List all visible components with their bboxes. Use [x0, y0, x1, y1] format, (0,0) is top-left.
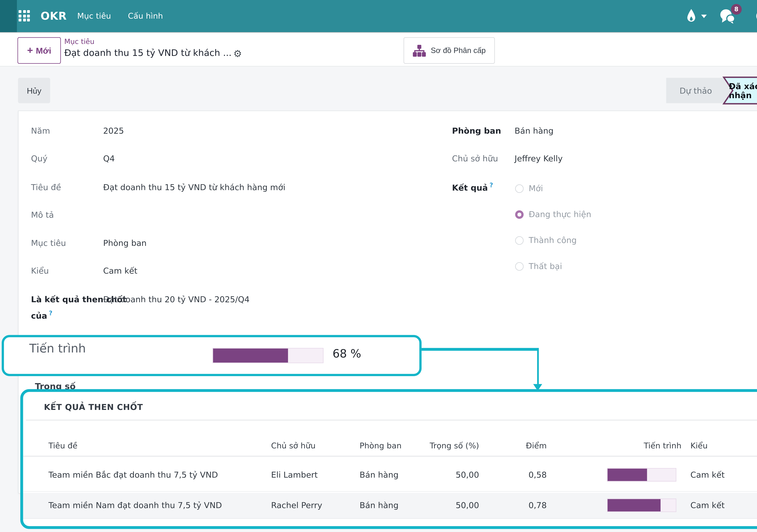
- top-navbar: OKR Mục tiêu Cấu hình 8 YourCompany: [0, 0, 757, 32]
- help-icon[interactable]: ?: [490, 182, 493, 189]
- field-label-ket-qua: Kết quả?: [452, 182, 493, 192]
- record-title: Đạt doanh thu 15 tỷ VND từ khách ...: [64, 47, 231, 58]
- field-label-muc-tieu: Mục tiêu: [31, 238, 66, 248]
- gear-icon[interactable]: ⚙: [233, 48, 242, 59]
- navbar-dark-strip: [0, 0, 17, 32]
- progress-percent: 68 %: [332, 347, 361, 360]
- field-value-tieu-de[interactable]: Đạt doanh thu 15 tỷ VND từ khách hàng mớ…: [103, 183, 286, 192]
- radio-option-thanh-cong[interactable]: Thành công: [515, 236, 577, 245]
- row-progress-bar: [607, 468, 676, 481]
- callout-connector-vertical: [537, 350, 539, 385]
- key-results-header-row: Tiêu đề Chủ sở hữu Phòng ban Trọng số (%…: [23, 435, 757, 457]
- col-header-kieu[interactable]: Kiểu: [684, 441, 757, 450]
- cell-kind: Cam kết: [684, 501, 757, 510]
- breadcrumb[interactable]: Mục tiêu: [64, 37, 94, 46]
- radio-circle-selected: [515, 210, 524, 219]
- field-label-quy: Quý: [31, 154, 47, 163]
- radio-option-moi[interactable]: Mới: [515, 184, 543, 193]
- status-bar: Dự thảo Đã xác nhận Đã hủy: [666, 78, 757, 103]
- cell-department: Bán hàng: [360, 501, 416, 510]
- app-brand[interactable]: OKR: [41, 0, 67, 32]
- plus-icon: +: [27, 45, 33, 56]
- status-step-da-xac-nhan[interactable]: Đã xác nhận: [725, 78, 757, 103]
- sitemap-icon: [413, 44, 426, 57]
- radio-option-that-bai[interactable]: Thất bại: [515, 262, 562, 271]
- col-header-tien-trinh[interactable]: Tiến trình: [547, 441, 684, 450]
- cell-title: Team miền Nam đạt doanh thu 7,5 tỷ VND: [48, 501, 271, 510]
- field-value-chu-so-huu[interactable]: Jeffrey Kelly: [515, 154, 563, 163]
- radio-circle: [515, 236, 524, 244]
- field-label-kieu: Kiểu: [31, 266, 49, 275]
- hierarchy-button[interactable]: Sơ đồ Phân cấp: [404, 37, 495, 64]
- cell-department: Bán hàng: [360, 470, 416, 479]
- activities-caret-down-icon[interactable]: [701, 15, 707, 18]
- field-value-kieu[interactable]: Cam kết: [103, 266, 137, 275]
- cell-score: 0,58: [479, 470, 547, 479]
- callout-connector-horizontal: [419, 348, 539, 351]
- recent-activity-clock-icon[interactable]: [756, 10, 757, 22]
- cell-kind: Cam kết: [684, 470, 757, 479]
- key-results-section-title: KẾT QUẢ THEN CHỐT: [44, 403, 143, 412]
- field-value-muc-tieu[interactable]: Phòng ban: [103, 238, 147, 248]
- col-header-phong-ban[interactable]: Phòng ban: [360, 441, 416, 450]
- progress-bar-fill: [213, 349, 288, 363]
- control-bar: + Mới Mục tiêu Đạt doanh thu 15 tỷ VND t…: [0, 32, 757, 67]
- col-header-diem[interactable]: Điểm: [479, 441, 547, 450]
- cell-progress: 58 %: [547, 470, 684, 479]
- key-result-row-2[interactable]: Team miền Nam đạt doanh thu 7,5 tỷ VND R…: [23, 493, 757, 518]
- nav-menu-muc-tieu[interactable]: Mục tiêu: [77, 0, 111, 32]
- radio-circle: [515, 184, 524, 193]
- field-value-la-ket-qua[interactable]: Đạt doanh thu 20 tỷ VND - 2025/Q4: [103, 295, 250, 304]
- cell-progress: 78 %: [547, 501, 684, 510]
- cell-weight: 50,00: [416, 470, 479, 479]
- cell-title: Team miền Bắc đạt doanh thu 7,5 tỷ VND: [48, 470, 271, 479]
- field-label-tieu-de: Tiêu đề: [31, 183, 61, 192]
- progress-label: Tiến trình: [29, 342, 86, 355]
- row-progress-bar: [607, 498, 676, 512]
- cell-score: 0,78: [479, 501, 547, 510]
- cell-owner: Rachel Perry: [271, 501, 360, 510]
- col-header-chu-so-huu[interactable]: Chủ sở hữu: [271, 441, 360, 450]
- field-label-la-ket-qua-line2: của?: [31, 310, 52, 320]
- hierarchy-button-label: Sơ đồ Phân cấp: [431, 46, 486, 55]
- help-icon[interactable]: ?: [49, 310, 52, 317]
- section-divider: [26, 420, 757, 421]
- field-label-mo-ta: Mô tả: [31, 210, 54, 220]
- cell-weight: 50,00: [416, 501, 479, 510]
- key-result-row-1[interactable]: Team miền Bắc đạt doanh thu 7,5 tỷ VND E…: [23, 458, 757, 492]
- messages-badge: 8: [731, 4, 742, 15]
- field-label-phong-ban: Phòng ban: [452, 126, 501, 136]
- new-button-label: Mới: [36, 46, 51, 55]
- field-label-nam: Năm: [31, 126, 50, 136]
- status-step-du-thao[interactable]: Dự thảo: [666, 78, 725, 103]
- radio-option-dang-thuc-hien[interactable]: Đang thực hiện: [515, 210, 591, 219]
- field-value-nam[interactable]: 2025: [103, 126, 124, 136]
- col-header-trong-so[interactable]: Trọng số (%): [416, 441, 479, 450]
- radio-circle: [515, 262, 524, 270]
- okr-app-window: OKR Mục tiêu Cấu hình 8 YourCompany + Mớ…: [0, 0, 757, 532]
- field-value-phong-ban[interactable]: Bán hàng: [515, 126, 554, 136]
- field-value-quy[interactable]: Q4: [103, 154, 115, 163]
- new-button[interactable]: + Mới: [17, 37, 61, 64]
- col-header-tieu-de[interactable]: Tiêu đề: [48, 441, 271, 450]
- activities-droplet-icon[interactable]: [686, 9, 696, 22]
- nav-menu-cau-hinh[interactable]: Cấu hình: [128, 0, 163, 32]
- cancel-button[interactable]: Hủy: [18, 78, 50, 103]
- field-label-chu-so-huu: Chủ sở hữu: [452, 154, 498, 163]
- apps-grid-icon[interactable]: [18, 10, 30, 22]
- cell-owner: Eli Lambert: [271, 470, 360, 479]
- progress-bar: [212, 348, 323, 363]
